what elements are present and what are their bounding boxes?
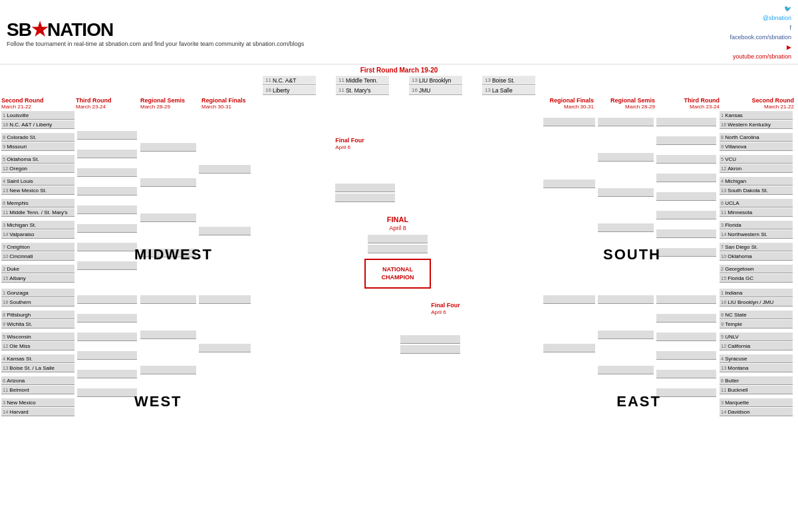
first-round-label: First Round <box>360 66 398 74</box>
right-r2-label: Second Round March 21-22 <box>721 97 794 110</box>
west-region-name: WEST <box>134 393 182 410</box>
youtube-link[interactable]: ▶ youtube.com/sbnation <box>730 43 791 62</box>
bracket-slot <box>543 295 595 304</box>
south-r1: 1Kansas16Western Kentucky8North Carolina… <box>720 111 794 283</box>
team-slot: 14Valparaiso <box>1 230 74 239</box>
playin-group-4: 13Boise St. 13La Salle <box>482 76 535 95</box>
facebook-link[interactable]: f facebook.com/sbnation <box>730 23 791 43</box>
team-slot: 12Akron <box>720 164 793 173</box>
bracket-slot <box>543 180 595 188</box>
left-side: Second Round March 21-22 Third Round Mar… <box>1 97 326 417</box>
playin-group-3: 13LIU Brooklyn 16JMU <box>409 76 462 95</box>
team-slot: 9Wichita St. <box>1 320 74 329</box>
midwest-r2 <box>76 111 139 283</box>
header: SB★NATION Follow the tournament in real-… <box>0 0 798 65</box>
bracket-slot <box>77 351 137 360</box>
team-slot: 16Western Kentucky <box>720 120 793 129</box>
team-slot: 16LIU Brooklyn / JMU <box>720 298 793 307</box>
team-slot: 13South Dakota St. <box>720 186 793 195</box>
bracket-slot <box>77 168 137 177</box>
bracket-slot <box>598 153 654 162</box>
bracket-slot <box>77 187 137 196</box>
playin-slot: 13Boise St. <box>482 76 535 85</box>
team-slot: 8Colorado St. <box>1 133 74 142</box>
bracket-slot <box>656 351 716 360</box>
bracket-slot <box>77 150 137 158</box>
team-slot: 10Oklahoma <box>720 252 793 261</box>
bracket-slot <box>199 295 251 304</box>
playin-slot: 13La Salle <box>482 86 535 95</box>
team-slot: 13Boise St. / La Salle <box>1 364 74 372</box>
bracket-slot <box>656 314 716 323</box>
team-slot: 9Temple <box>720 320 793 329</box>
team-slot: 10Cincinnati <box>1 252 74 261</box>
left-r5-label: Regional Finals March 30-31 <box>201 97 258 110</box>
team-slot: 8North Carolina <box>720 133 793 142</box>
team-slot: 3Florida <box>720 221 793 229</box>
team-slot: 15Florida GC <box>720 274 793 283</box>
bracket-slot <box>140 143 196 152</box>
east-region-name: EAST <box>616 393 661 410</box>
team-slot: 1Indiana <box>720 289 793 297</box>
bracket-slot <box>77 243 137 251</box>
bracket-slot <box>598 366 654 374</box>
bracket-slot <box>77 388 137 397</box>
bracket-slot <box>598 295 654 304</box>
team-slot: 12Oregon <box>1 164 74 173</box>
team-slot: 2Duke <box>1 265 74 273</box>
midwest-r1: 1Louisville16N.C. A&T / Liberty8Colorado… <box>1 111 76 283</box>
final-slot2 <box>368 245 428 253</box>
playin-slot: 11N.C. A&T <box>263 76 316 85</box>
bracket-slot <box>77 295 137 304</box>
right-side: Second Round March 21-22 Third Round Mar… <box>469 97 794 417</box>
bracket-slot <box>77 370 137 378</box>
team-slot: 3Marquette <box>720 398 793 407</box>
team-slot: 4Michigan <box>720 177 793 186</box>
team-slot: 3New Mexico <box>1 398 74 407</box>
team-slot: 6UCLA <box>720 199 793 207</box>
bracket-slot <box>77 261 137 270</box>
bracket-slot <box>656 332 716 341</box>
bracket-slot <box>543 344 595 352</box>
right-r5-label: Regional Finals March 30-31 <box>537 97 594 110</box>
team-slot: 6Arizona <box>1 376 74 385</box>
left-r2-label: Second Round March 21-22 <box>1 97 74 110</box>
playin-slot: 13LIU Brooklyn <box>409 76 462 85</box>
right-r3-label: Third Round March 23-24 <box>656 97 720 110</box>
tagline: Follow the tournament in real-time at sb… <box>7 41 304 47</box>
team-slot: 11Minnesota <box>720 208 793 217</box>
team-slot: 14Harvard <box>1 408 74 416</box>
ff-left-slot2 <box>335 194 395 202</box>
east-r1: 1Indiana16LIU Brooklyn / JMU8NC State9Te… <box>720 289 794 417</box>
south-r2 <box>656 111 720 283</box>
east-r4 <box>543 289 598 417</box>
bracket-slot <box>598 118 654 126</box>
team-slot: 11Belmont <box>1 386 74 394</box>
team-slot: 13New Mexico St. <box>1 186 74 195</box>
team-slot: 16Southern <box>1 298 74 307</box>
team-slot: 6Memphis <box>1 199 74 207</box>
bracket-slot <box>656 388 716 397</box>
team-slot: 5UNLV <box>720 332 793 341</box>
twitter-link[interactable]: 🐦 @sbnation <box>730 4 791 23</box>
star-icon: ★ <box>31 19 47 40</box>
bracket-slot <box>656 229 716 238</box>
south-region: 1Kansas16Western Kentucky8North Carolina… <box>469 111 794 283</box>
bracket-slot <box>598 188 654 197</box>
team-slot: 13Montana <box>720 364 793 372</box>
bracket-slot <box>598 331 654 339</box>
national-champion-label: NATIONAL CHAMPION <box>366 266 430 281</box>
right-r4-label: Regional Semis March 28-29 <box>595 97 655 110</box>
team-slot: 8Pittsburgh <box>1 311 74 319</box>
bracket-slot <box>140 331 196 339</box>
playin-group-1: 11N.C. A&T 16Liberty <box>263 76 316 95</box>
midwest-region-name: MIDWEST <box>134 246 213 263</box>
site-logo: SB★NATION <box>7 19 304 41</box>
ff-right-slot <box>400 335 460 344</box>
bracket-slot <box>199 344 251 352</box>
playin-slot: 11Middle Tenn. <box>336 76 389 85</box>
bracket-slot <box>140 213 196 222</box>
bracket-slot <box>199 227 251 235</box>
team-slot: 9Villanova <box>720 142 793 151</box>
team-slot: 7Creighton <box>1 243 74 251</box>
